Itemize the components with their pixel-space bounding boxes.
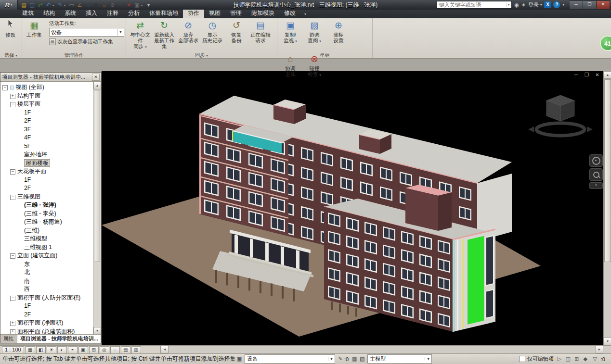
browser-item-10[interactable]: −天花板平面 [0,167,93,176]
subscription-icon[interactable]: ✶ [521,2,526,8]
select-underlay-toggle-icon[interactable]: ◫ [564,356,572,362]
switch-windows-icon[interactable]: ▣ [133,0,141,10]
steering-wheel-button[interactable] [589,154,603,167]
redo-icon-caret[interactable]: ▾ [64,3,67,7]
design-option-dropdown[interactable]: 主模型 ▼ [367,354,432,364]
browser-item-6[interactable]: 4F [0,134,93,142]
sign-in-button[interactable]: 登录 ▾ [528,1,542,9]
open-icon[interactable]: ▤ [20,0,28,10]
shadows-icon[interactable]: ◐ [57,346,67,354]
drag-on-selection-toggle-icon[interactable]: ◆ [582,356,589,362]
ribbon-tab-manage[interactable]: 管理 [225,8,247,18]
filter-icon[interactable]: ▽ [591,356,599,362]
worksets-button[interactable]: ▦ 工作集 [22,18,46,52]
section-icon[interactable]: ⊘ [108,0,117,10]
aligned-dimension-icon[interactable]: ↔ [84,0,92,10]
ribbon-tab-systems[interactable]: 系统 [60,8,81,18]
crop-view-icon[interactable]: ▣ [78,346,88,354]
ribbon-tab-collaborate[interactable]: 协作 [183,8,204,18]
browser-item-15[interactable]: (三维 - 李朵) [0,210,93,218]
coordinate-settings-button[interactable]: ⊕坐标设置 [326,18,351,52]
panel-label-synchronize[interactable]: 同步 ▾ [126,52,277,58]
viewport-vertical-scrollbar[interactable]: ▲ ▼ [603,71,611,345]
browser-item-20[interactable]: −立面 (建筑立面) [0,251,93,260]
browser-item-23[interactable]: 南 [0,277,93,286]
select-pinned-toggle-icon[interactable]: ⊞ [573,356,581,362]
select-links-toggle-icon[interactable]: ▷ [556,356,563,362]
default-3d-view-icon[interactable]: ⌂ [100,0,108,10]
save-icon[interactable]: ◫ [28,0,36,10]
tab-properties[interactable]: 属性 [0,335,17,343]
collapse-icon[interactable]: − [10,253,15,259]
chevron-down-icon[interactable]: ▾ [507,3,511,7]
browser-item-13[interactable]: −三维视图 [0,193,93,201]
ribbon-tab-analyze[interactable]: 分析 [123,8,144,18]
browser-scroll-thumb[interactable] [94,90,100,262]
collapse-icon[interactable]: − [10,195,15,200]
vertical-scroll-thumb[interactable] [604,79,611,262]
close-icon[interactable]: ✕ [92,74,100,81]
switch-windows-icon-caret[interactable]: ▾ [141,3,144,7]
worksharing-display-icon[interactable]: ▥ [131,346,141,354]
restore-backup-button[interactable]: ↺恢复备份 [224,18,248,52]
expand-icon[interactable]: + [10,94,15,99]
modify-button[interactable]: 修改 [0,18,21,52]
view-minimize-button[interactable]: ─ [573,72,579,77]
panel-label-coordinate[interactable]: 坐标 [277,52,372,58]
undo-icon-caret[interactable]: ▾ [52,3,56,7]
browser-item-12[interactable]: 2F [0,184,93,193]
restore-button[interactable]: ❐ [583,0,597,10]
drawing-area[interactable]: ─ ❐ ✕ ▼ [102,71,603,345]
ribbon-display-toggle[interactable]: ▾ [300,10,310,18]
reveal-hidden-elements-icon[interactable]: ◌ [110,346,120,354]
browser-item-18[interactable]: 三维模型 [0,235,93,243]
browser-item-14[interactable]: (三维 - 张洋) [0,201,93,210]
ribbon-tab-annotate[interactable]: 注释 [102,8,123,18]
panel-label-manage-collaboration[interactable]: 管理协作 [22,52,126,58]
view-scale-button[interactable]: 1 : 100 [2,346,24,354]
tab-project-browser[interactable]: 项目浏览器 - 技师学院机电培训... [17,335,101,343]
redo-icon[interactable]: ↷ [56,0,64,10]
view-restore-button[interactable]: ❐ [584,72,590,77]
browser-item-9[interactable]: 屋面楼板 [0,159,93,168]
expand-icon[interactable]: + [10,321,15,326]
temporary-view-properties-icon[interactable]: ▤ [121,346,130,354]
close-hidden-windows-icon[interactable]: ✕ [125,0,133,10]
show-render-dialog-icon[interactable]: ◓ [68,346,78,354]
text-icon[interactable]: A [92,0,100,10]
application-menu-button[interactable]: R ▾ [0,0,18,10]
browser-item-25[interactable]: −面积平面 (人防分区面积) [0,294,93,302]
sync-with-central-button[interactable]: ⇄与中心文件同步 ▾ [128,18,152,52]
browser-item-19[interactable]: 三维视图 1 [0,243,93,252]
browser-item-2[interactable]: −楼层平面 [0,100,93,109]
print-icon[interactable]: ▭ [67,0,76,10]
sun-path-icon[interactable]: ☀ [47,346,56,354]
browser-item-22[interactable]: 北 [0,268,93,277]
browser-item-17[interactable]: (三维) [0,226,93,235]
collapse-icon[interactable]: − [10,169,15,175]
scroll-down-icon[interactable]: ▼ [93,327,101,335]
help-icon[interactable]: ? [553,1,560,8]
collapse-icon[interactable]: − [10,296,15,301]
scroll-up-icon[interactable]: ▲ [93,82,101,89]
browser-item-3[interactable]: 1F [0,109,93,117]
ribbon-tab-modify[interactable]: 修改 [279,8,300,18]
close-button[interactable]: ✕ [597,0,610,10]
detail-level-icon[interactable]: ▦ [26,346,35,354]
undo-icon[interactable]: ↶ [44,0,52,10]
browser-item-7[interactable]: 5F [0,142,93,151]
worksets-status-icon[interactable]: ▣ [235,356,243,362]
browser-item-1[interactable]: +结构平面 [0,92,93,100]
active-workset-dropdown[interactable]: 设备 ▼ [49,28,124,37]
zoom-button[interactable] [589,168,603,181]
3d-view-canvas[interactable] [102,71,603,345]
browser-item-16[interactable]: (三维 - 杨雨迪) [0,218,93,226]
gray-inactive-worksets-toggle[interactable]: ▦ 以灰色显示非活动工作集 [49,38,124,45]
browser-item-11[interactable]: 1F [0,176,93,185]
visual-style-icon[interactable]: ◧ [36,346,46,354]
browser-item-8[interactable]: 室外地坪 [0,151,93,159]
qat-customize-icon[interactable]: ▾ [144,0,153,10]
coordination-review-button[interactable]: ▨协调查阅 ▾ [302,18,326,52]
browser-item-0[interactable]: −◫视图 (全部) [0,83,93,92]
viewcube-rotate-right-icon[interactable] [587,126,593,132]
